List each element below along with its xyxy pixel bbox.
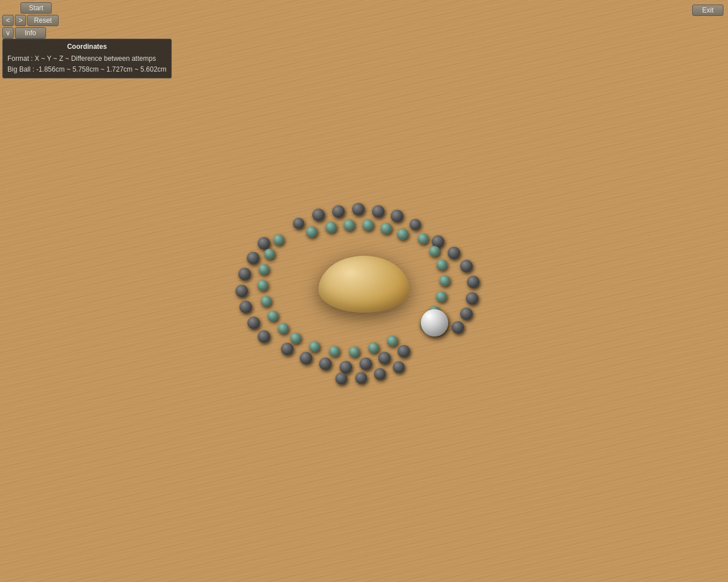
- ball-r6: [460, 307, 473, 320]
- ball-teal-5: [380, 223, 392, 234]
- ball-lteal-3: [259, 264, 270, 275]
- ball-r2: [448, 247, 460, 259]
- ball-teal-4: [362, 219, 374, 231]
- ball-l2: [247, 252, 259, 264]
- ball-lteal-5: [261, 296, 272, 307]
- ball-eb4: [393, 361, 405, 373]
- ball-eb3: [374, 368, 386, 380]
- ball-lteal-1: [274, 235, 284, 246]
- controls-row-3: v Info: [2, 27, 59, 39]
- ball-r5: [466, 292, 478, 305]
- ball-eb2: [355, 372, 367, 384]
- ball-b2: [300, 352, 312, 364]
- info-panel-title: Coordinates: [7, 41, 167, 52]
- down-button[interactable]: v: [2, 27, 14, 39]
- ball-3: [352, 203, 365, 215]
- ball-teal-3: [344, 219, 355, 231]
- ball-lteal-7: [278, 323, 289, 334]
- ball-6: [293, 218, 304, 229]
- ball-2: [332, 205, 345, 218]
- ball-l7: [258, 330, 270, 343]
- ball-b1: [281, 343, 293, 355]
- info-format-line: Format : X ~ Y ~ Z ~ Difference between …: [7, 53, 167, 64]
- ball-4: [372, 205, 384, 218]
- ball-bteal-4: [349, 347, 360, 357]
- ball-rteal-2: [429, 246, 440, 257]
- ball-b7: [398, 345, 410, 357]
- controls-row-1: Start: [2, 2, 59, 14]
- ball-lteal-4: [258, 280, 268, 291]
- ball-r7: [452, 321, 464, 334]
- ball-bteal-3: [329, 346, 340, 357]
- ball-rteal-5: [436, 292, 447, 302]
- exit-button-container: Exit: [692, 5, 723, 16]
- ball-b3: [319, 357, 332, 370]
- ball-teal-1: [306, 226, 317, 238]
- ball-5: [391, 210, 403, 222]
- ball-b4: [340, 361, 352, 373]
- ball-rteal-3: [437, 260, 448, 271]
- ball-lteal-6: [268, 311, 279, 322]
- ball-l5: [239, 301, 252, 313]
- ball-l4: [235, 285, 248, 297]
- ball-l6: [247, 317, 260, 329]
- exit-button[interactable]: Exit: [692, 5, 723, 16]
- ball-bteal-2: [309, 342, 320, 352]
- controls-panel: Start < > Reset v Info: [2, 2, 59, 39]
- ball-l1: [258, 237, 270, 250]
- 3d-scene: [0, 0, 728, 582]
- ball-rteal-1: [418, 234, 429, 244]
- info-button[interactable]: Info: [15, 27, 46, 39]
- ball-bteal-6: [387, 336, 398, 347]
- ball-teal-2: [325, 222, 337, 233]
- center-mound: [318, 256, 410, 313]
- info-ball-line: Big Ball : -1.856cm ~ 5.758cm ~ 1.727cm …: [7, 64, 167, 75]
- reset-button[interactable]: Reset: [27, 15, 59, 26]
- ball-1: [312, 209, 325, 221]
- ball-eb1: [336, 373, 348, 385]
- ball-b6: [378, 352, 391, 364]
- right-button[interactable]: >: [15, 15, 26, 26]
- player-ball: [421, 309, 448, 336]
- ball-teal-6: [397, 228, 408, 240]
- left-button[interactable]: <: [2, 15, 14, 26]
- ball-bteal-1: [291, 333, 301, 344]
- ball-b5: [359, 357, 372, 370]
- ball-lteal-2: [264, 249, 275, 260]
- ball-l3: [238, 268, 251, 280]
- ball-r4: [467, 276, 479, 288]
- start-button[interactable]: Start: [20, 2, 52, 14]
- ball-7: [410, 219, 421, 230]
- ball-r3: [460, 260, 473, 272]
- ball-rteal-4: [440, 276, 450, 286]
- ball-bteal-5: [369, 343, 379, 354]
- controls-row-2: < > Reset: [2, 15, 59, 26]
- info-panel: Coordinates Format : X ~ Y ~ Z ~ Differe…: [2, 39, 172, 78]
